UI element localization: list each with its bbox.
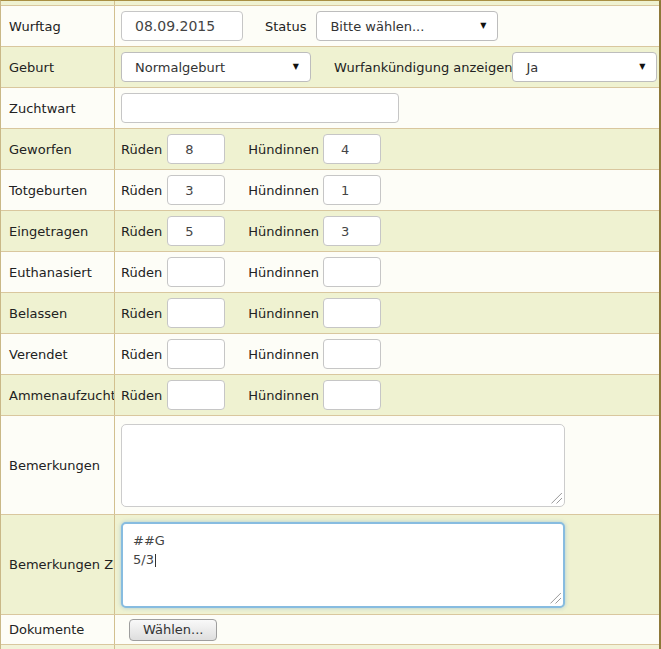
eingetragen-huendinnen-input[interactable] (323, 216, 381, 246)
cropped-label-cell (1, 645, 115, 649)
totgeburten-rueden-input[interactable] (167, 175, 225, 205)
euthanasiert-label: Euthanasiert (1, 252, 115, 292)
announce-select[interactable]: Ja ▼ (512, 52, 657, 82)
wurftag-date-input[interactable] (121, 11, 243, 41)
belassen-huendinnen-input[interactable] (323, 298, 381, 328)
cropped-row-bottom (1, 645, 659, 649)
rueden-label: Rüden (121, 224, 162, 239)
bemerkungen-zb-textarea[interactable]: ##G 5/3 (121, 522, 565, 608)
bemerkungen-zb-line2: 5/3 (133, 552, 154, 567)
bemerkungen-zb-line1: ##G (133, 531, 553, 551)
file-choose-button[interactable]: Wählen... (129, 619, 217, 641)
huendinnen-label: Hündinnen (248, 306, 319, 321)
huendinnen-label: Hündinnen (248, 265, 319, 280)
chevron-down-icon: ▼ (480, 22, 486, 30)
row-bemerkungen-zb: Bemerkungen ZB ##G 5/3 (1, 515, 659, 615)
huendinnen-label: Hündinnen (248, 347, 319, 362)
row-geworfen: Geworfen Rüden Hündinnen (1, 129, 659, 170)
announce-label: Wurfankündigung anzeigen (334, 60, 512, 75)
chevron-down-icon: ▼ (293, 63, 299, 71)
geburt-select-value: Normalgeburt (135, 60, 225, 75)
resize-grip-icon[interactable] (550, 593, 561, 604)
bemerkungen-label: Bemerkungen (1, 416, 115, 514)
euthanasiert-rueden-input[interactable] (167, 257, 225, 287)
rueden-label: Rüden (121, 142, 162, 157)
status-select-value: Bitte wählen... (330, 19, 424, 34)
row-belassen: Belassen Rüden Hündinnen (1, 293, 659, 334)
row-geburt: Geburt Normalgeburt ▼ Wurfankündigung an… (1, 47, 659, 88)
row-bemerkungen: Bemerkungen (1, 416, 659, 515)
row-eingetragen: Eingetragen Rüden Hündinnen (1, 211, 659, 252)
wurftag-label: Wurftag (1, 6, 115, 46)
geburt-label: Geburt (1, 47, 115, 87)
zuchtwart-input[interactable] (121, 93, 399, 123)
huendinnen-label: Hündinnen (248, 224, 319, 239)
chevron-down-icon: ▼ (639, 63, 645, 71)
ammenaufzucht-rueden-input[interactable] (167, 380, 225, 410)
huendinnen-label: Hündinnen (248, 142, 319, 157)
text-cursor (155, 554, 156, 567)
verendet-label: Verendet (1, 334, 115, 374)
bemerkungen-zb-label: Bemerkungen ZB (1, 515, 115, 614)
totgeburten-huendinnen-input[interactable] (323, 175, 381, 205)
zuchtwart-label: Zuchtwart (1, 88, 115, 128)
verendet-rueden-input[interactable] (167, 339, 225, 369)
resize-grip-icon[interactable] (551, 493, 562, 504)
row-dokumente: Dokumente Wählen... (1, 615, 659, 645)
ammenaufzucht-label: Ammenaufzucht (1, 375, 115, 415)
announce-select-value: Ja (526, 60, 538, 75)
geworfen-rueden-input[interactable] (167, 134, 225, 164)
eingetragen-rueden-input[interactable] (167, 216, 225, 246)
belassen-label: Belassen (1, 293, 115, 333)
row-totgeburten: Totgeburten Rüden Hündinnen (1, 170, 659, 211)
geburt-select[interactable]: Normalgeburt ▼ (121, 52, 311, 82)
rueden-label: Rüden (121, 265, 162, 280)
huendinnen-label: Hündinnen (248, 183, 319, 198)
belassen-rueden-input[interactable] (167, 298, 225, 328)
totgeburten-label: Totgeburten (1, 170, 115, 210)
row-wurftag: Wurftag Status Bitte wählen... ▼ (1, 6, 659, 47)
dokumente-label: Dokumente (1, 615, 115, 644)
cropped-label-cell (1, 1, 115, 5)
eingetragen-label: Eingetragen (1, 211, 115, 251)
row-verendet: Verendet Rüden Hündinnen (1, 334, 659, 375)
rueden-label: Rüden (121, 347, 162, 362)
row-ammenaufzucht: Ammenaufzucht Rüden Hündinnen (1, 375, 659, 416)
status-select[interactable]: Bitte wählen... ▼ (316, 11, 498, 41)
row-zuchtwart: Zuchtwart (1, 88, 659, 129)
rueden-label: Rüden (121, 306, 162, 321)
geworfen-huendinnen-input[interactable] (323, 134, 381, 164)
ammenaufzucht-huendinnen-input[interactable] (323, 380, 381, 410)
row-euthanasiert: Euthanasiert Rüden Hündinnen (1, 252, 659, 293)
rueden-label: Rüden (121, 388, 162, 403)
status-label: Status (265, 19, 306, 34)
geworfen-label: Geworfen (1, 129, 115, 169)
rueden-label: Rüden (121, 183, 162, 198)
verendet-huendinnen-input[interactable] (323, 339, 381, 369)
bemerkungen-textarea[interactable] (121, 424, 565, 507)
huendinnen-label: Hündinnen (248, 388, 319, 403)
euthanasiert-huendinnen-input[interactable] (323, 257, 381, 287)
litter-form: Wurftag Status Bitte wählen... ▼ Geburt … (0, 0, 661, 649)
